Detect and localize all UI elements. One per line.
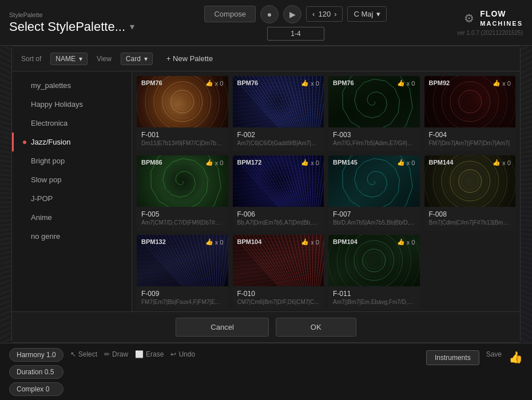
tempo-value: 120 (318, 10, 331, 18)
sidebar-item-electronica[interactable]: Electronica (12, 114, 132, 133)
complex-button[interactable]: Complex 0 (9, 382, 63, 396)
svg-line-206 (391, 192, 399, 203)
card-bpm: BPM76 (333, 79, 354, 86)
record-button[interactable]: ● (260, 5, 279, 23)
erase-icon: ⬜ (135, 350, 144, 358)
sidebar-item-no_genre[interactable]: no genre (12, 227, 132, 246)
harmony-button[interactable]: Harmony 1.0 (9, 348, 63, 362)
card-chords: Dm11|E7b13#9|FM7/C|Dm7b5/... (141, 140, 224, 146)
compose-button[interactable]: Compose (204, 6, 256, 22)
sidebar-item-label: Jazz/Fusion (31, 138, 70, 146)
duration-button[interactable]: Duration 0.5 (9, 365, 63, 379)
card-f-004[interactable]: BPM92👍x 0F-004FM7|Dm7|Am7||FM7|Dm7|Am7| (424, 76, 516, 151)
card-chords: Am7||Bm7|Em,Ebavg,Fm7/D,C... (333, 299, 415, 305)
view-select[interactable]: Card ▾ (121, 53, 153, 65)
svg-point-221 (450, 161, 490, 201)
instruments-button[interactable]: Instruments (426, 350, 479, 365)
new-palette-button[interactable]: + New Palette (166, 54, 213, 63)
play-button[interactable]: ▶ (283, 5, 301, 23)
svg-point-0 (171, 90, 194, 113)
card-f-010[interactable]: BPM104👍x 0F-010CM7|Cm6|Bm7|D/F,D6|CM7|C.… (233, 235, 324, 310)
card-f-001[interactable]: BPM76👍x 0F-001Dm11|E7b13#9|FM7/C|Dm7b5/.… (137, 76, 228, 151)
key-button[interactable]: C Maj ▾ (347, 6, 387, 22)
svg-line-185 (368, 182, 370, 184)
svg-line-190 (377, 171, 382, 173)
svg-line-113 (193, 184, 196, 190)
svg-line-299 (233, 246, 324, 251)
svg-line-107 (176, 175, 177, 178)
svg-line-73 (386, 81, 395, 89)
svg-line-62 (386, 98, 387, 105)
svg-line-121 (172, 158, 182, 162)
svg-line-61 (382, 94, 386, 98)
draw-button[interactable]: ✏ Draw (104, 350, 128, 358)
undo-button[interactable]: ↩ Undo (170, 350, 195, 358)
card-thumbnail: BPM104👍x 0 (233, 235, 324, 286)
tempo-next-icon: › (334, 10, 336, 18)
modal-body: my_palettesHappy HolidaysElectronicaJazz… (12, 71, 520, 311)
erase-button[interactable]: ⬜ Erase (135, 350, 164, 358)
card-bpm: BPM132 (141, 238, 166, 245)
svg-line-64 (379, 111, 385, 116)
svg-line-106 (176, 178, 176, 182)
svg-point-315 (366, 252, 383, 269)
card-f-011[interactable]: BPM104👍x 0F-011Am7||Bm7|Em,Ebavg,Fm7/D,C… (328, 235, 420, 310)
select-button[interactable]: ↖ Select (70, 350, 97, 358)
sidebar-item-happy_holidays[interactable]: Happy Holidays (12, 95, 132, 114)
sidebar-item-jazz_fusion[interactable]: Jazz/Fusion (12, 133, 132, 151)
cancel-button[interactable]: Cancel (176, 318, 268, 337)
sidebar-item-my_palettes[interactable]: my_palettes (12, 76, 132, 95)
card-thumbnail: BPM76👍x 0 (328, 76, 420, 127)
app-name: StylePalette (9, 11, 134, 18)
thumbs-up-icon[interactable]: 👍 (509, 350, 523, 364)
sort-select[interactable]: NAME ▾ (50, 53, 88, 65)
card-f-009[interactable]: BPM132👍x 0F-009FM7|Em7|Bb|Fsus4,F|FM7|Em… (137, 235, 228, 310)
svg-line-67 (357, 109, 363, 115)
card-info: F-003Am7/G,F#m7b5|Adim,E7/G#|A... (328, 127, 420, 151)
card-chords: FM7|Em7|Bb|Fsus4,F|FM7|Em... (141, 299, 224, 305)
svg-point-95 (461, 93, 478, 110)
sidebar-item-anime[interactable]: Anime (12, 208, 132, 227)
card-f-007[interactable]: BPM145👍x 0F-007Bb/D,Am7b5|Am7b5,Bb|Bb/D,… (328, 155, 420, 230)
tempo-button[interactable]: ‹ 120 › (306, 6, 343, 22)
title-chevron-icon[interactable]: ▾ (130, 21, 134, 32)
card-chords: Am7|C6|C6/D|Gadd9/B|Am7|C... (237, 140, 320, 146)
svg-line-130 (151, 187, 159, 201)
svg-line-133 (158, 155, 173, 157)
svg-point-5 (174, 93, 191, 110)
svg-point-96 (452, 85, 487, 119)
position-input[interactable] (267, 27, 324, 41)
card-like: 👍x 0 (205, 238, 224, 246)
card-f-002[interactable]: BPM76👍x 0F-002Am7|C6|C6/D|Gadd9/B|Am7|C.… (233, 76, 324, 151)
svg-line-302 (233, 255, 324, 263)
card-f-005[interactable]: BPM86👍x 0F-005Am7|CM7/D,C7/D|FM9|Db7#11.… (137, 155, 228, 230)
card-chords: Bm7|Cdim|C#m7|F#7b13|Bm7... (429, 219, 511, 226)
svg-point-310 (363, 249, 386, 272)
card-id: F-010 (237, 290, 320, 298)
card-thumbnail: BPM132👍x 0 (137, 235, 228, 286)
sidebar-item-slow_pop[interactable]: Slow pop (12, 170, 132, 189)
like-icon: 👍 (205, 159, 213, 166)
sidebar-item-j_pop[interactable]: J-POP (12, 189, 132, 208)
bottom-left-controls: Harmony 1.0 Duration 0.5 Complex 0 (9, 348, 63, 396)
header-right: ⚙ FLOWMACHINES ver 1.0.7 (202112201525) (457, 9, 523, 36)
sidebar-item-bright_pop[interactable]: Bright pop (12, 151, 132, 170)
svg-line-72 (374, 79, 386, 81)
modal-footer: Cancel OK (12, 311, 520, 342)
card-chords: Am7|CM7/D,C7/D|FM9|Db7#11... (141, 219, 224, 226)
save-button[interactable]: Save (486, 350, 502, 358)
settings-icon[interactable]: ⚙ (464, 11, 474, 25)
svg-line-189 (372, 171, 376, 172)
svg-line-120 (165, 162, 172, 170)
card-info: F-011Am7||Bm7|Em,Ebavg,Fm7/D,C... (328, 286, 420, 310)
card-like: 👍x 0 (493, 159, 511, 166)
sidebar-item-label: Electronica (31, 119, 68, 127)
ok-button[interactable]: OK (276, 318, 356, 337)
card-bpm: BPM86 (141, 159, 162, 166)
svg-point-6 (165, 85, 200, 119)
card-id: F-009 (141, 290, 224, 298)
card-f-003[interactable]: BPM76👍x 0F-003Am7/G,F#m7b5|Adim,E7/G#|A.… (328, 76, 420, 151)
card-f-006[interactable]: BPM172👍x 0F-006Bb,A7|Dm|Em7b5,A7|Dm|Bb,A… (233, 155, 324, 230)
card-f-008[interactable]: BPM144👍x 0F-008Bm7|Cdim|C#m7|F#7b13|Bm7.… (424, 155, 516, 230)
svg-line-197 (357, 189, 363, 195)
